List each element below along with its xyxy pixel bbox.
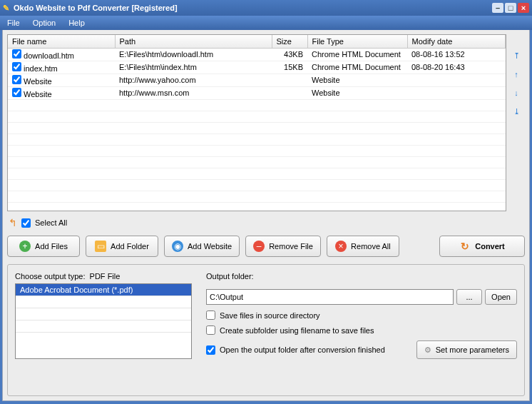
set-more-params-button[interactable]: ⚙ Set more parameters (416, 340, 517, 359)
folder-icon: ▭ (95, 241, 106, 252)
move-down-button[interactable]: ↓ (509, 86, 523, 100)
table-row[interactable]: index.htmE:\Files\htm\index.htm15KBChrom… (8, 61, 506, 74)
col-path[interactable]: Path (115, 35, 272, 48)
output-folder-label: Output folder: (206, 272, 517, 281)
output-panel: Choose output type: PDF File Adobe Acrob… (7, 264, 525, 396)
row-checkbox[interactable] (12, 49, 21, 59)
add-files-label: Add Files (35, 242, 68, 251)
titlebar: ✎ Okdo Website to Pdf Converter [Registe… (0, 0, 532, 16)
menu-option[interactable]: Option (30, 17, 58, 29)
x-icon: × (335, 241, 347, 252)
select-all-checkbox[interactable] (21, 218, 31, 228)
open-after-label: Open the output folder after conversion … (220, 345, 385, 354)
up-folder-icon[interactable]: ↰ (9, 217, 17, 228)
app-logo-icon: ✎ (3, 4, 9, 13)
move-top-button[interactable]: ⤒ (509, 49, 523, 63)
maximize-button[interactable]: □ (505, 3, 516, 13)
menu-help[interactable]: Help (66, 17, 88, 29)
col-modify[interactable]: Modify date (407, 35, 506, 48)
window-title: Okdo Website to Pdf Converter [Registere… (14, 4, 178, 12)
close-button[interactable]: × (518, 3, 529, 13)
convert-label: Convert (475, 242, 505, 251)
add-folder-label: Add Folder (111, 242, 149, 251)
add-website-button[interactable]: ◉ Add Website (164, 236, 240, 257)
globe-icon: ◉ (172, 241, 183, 252)
browse-button[interactable]: ... (456, 289, 482, 305)
output-type-value: PDF File (90, 272, 121, 281)
move-up-button[interactable]: ↑ (509, 67, 523, 81)
convert-icon: ↻ (459, 241, 471, 252)
table-row[interactable]: Websitehttp://www.yahoo.comWebsite (8, 74, 506, 86)
minus-icon: – (253, 241, 265, 252)
col-filetype[interactable]: File Type (307, 35, 407, 48)
gear-icon: ⚙ (424, 345, 431, 355)
col-filename[interactable]: File name (8, 35, 115, 48)
set-more-params-label: Set more parameters (436, 345, 509, 354)
select-all-label: Select All (35, 218, 67, 227)
create-subfolder-label: Create subfolder using filename to save … (220, 326, 374, 335)
output-type-list[interactable]: Adobe Acrobat Document (*.pdf) (15, 283, 192, 359)
remove-all-button[interactable]: × Remove All (327, 236, 399, 257)
add-folder-button[interactable]: ▭ Add Folder (86, 236, 158, 257)
remove-file-label: Remove File (269, 242, 313, 251)
row-checkbox[interactable] (12, 88, 21, 97)
table-row[interactable]: Websitehttp://www.msn.comWebsite (8, 86, 506, 99)
menubar: File Option Help (0, 16, 532, 30)
save-source-checkbox[interactable] (206, 310, 215, 320)
workarea: File name Path Size File Type Modify dat… (2, 30, 530, 401)
open-button[interactable]: Open (485, 289, 517, 305)
open-after-checkbox[interactable] (206, 345, 215, 355)
row-checkbox[interactable] (12, 62, 21, 71)
convert-button[interactable]: ↻ Convert (439, 236, 525, 257)
row-checkbox[interactable] (12, 75, 21, 84)
add-website-label: Add Website (188, 242, 232, 251)
save-source-label: Save files in source directory (220, 311, 320, 320)
choose-output-label: Choose output type: (15, 272, 85, 281)
output-type-option[interactable]: Adobe Acrobat Document (*.pdf) (16, 284, 191, 296)
output-folder-input[interactable] (206, 289, 454, 305)
plus-icon: + (19, 241, 31, 252)
remove-file-button[interactable]: – Remove File (245, 236, 321, 257)
menu-file[interactable]: File (4, 17, 23, 29)
create-subfolder-checkbox[interactable] (206, 325, 215, 335)
minimize-button[interactable]: – (492, 3, 503, 13)
add-files-button[interactable]: + Add Files (7, 236, 80, 257)
col-size[interactable]: Size (272, 35, 307, 48)
table-row[interactable]: downloadl.htmE:\Files\htm\downloadl.htm4… (8, 48, 506, 61)
file-table[interactable]: File name Path Size File Type Modify dat… (7, 34, 506, 211)
move-bottom-button[interactable]: ⤓ (509, 104, 523, 118)
remove-all-label: Remove All (351, 242, 391, 251)
